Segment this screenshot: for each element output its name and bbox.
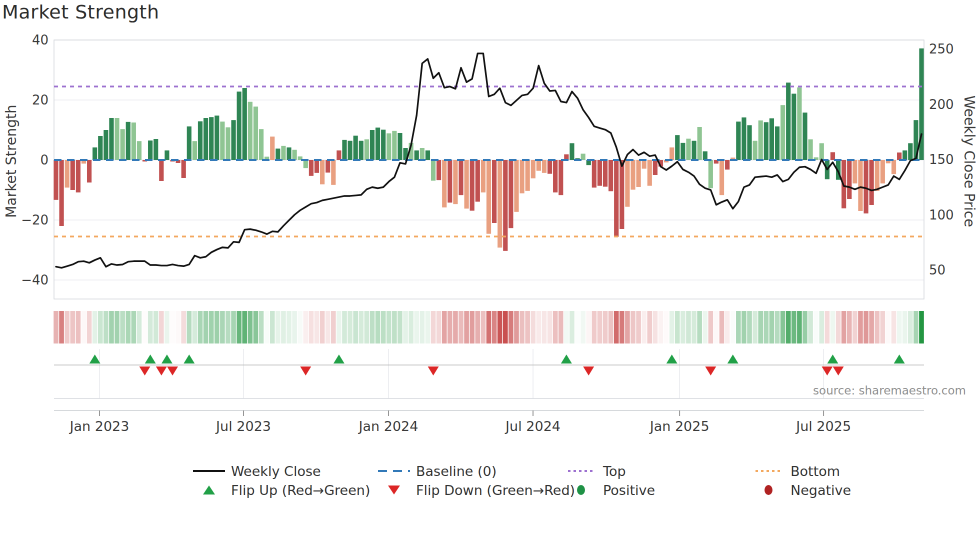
strength-bar	[242, 88, 247, 160]
strength-bar	[852, 160, 857, 184]
right-tick-label: 200	[929, 97, 954, 112]
strength-bar	[320, 160, 324, 184]
heatmap-cell	[514, 311, 519, 344]
strength-bar	[808, 140, 812, 160]
strength-bar	[442, 160, 446, 208]
heatmap-cell	[386, 311, 392, 344]
heatmap-cell	[331, 311, 336, 344]
strength-bar	[270, 136, 274, 160]
strength-bar	[792, 94, 796, 160]
heatmap-cell	[164, 311, 170, 344]
strength-bar	[276, 148, 280, 160]
flip-down-marker	[428, 366, 439, 376]
heatmap-cell	[353, 311, 358, 344]
heatmap-cell	[819, 311, 824, 344]
heatmap-cell	[508, 311, 514, 344]
heatmap-cell	[370, 311, 375, 344]
heatmap-cell	[259, 311, 264, 344]
flip-up-marker	[334, 354, 344, 364]
strength-bar	[420, 148, 424, 160]
tri-down-icon	[378, 484, 410, 496]
strength-bar	[536, 160, 541, 171]
heatmap-cell	[548, 311, 552, 344]
strength-bar	[92, 148, 97, 160]
left-tick-label: 0	[40, 152, 48, 168]
heatmap-cell	[770, 311, 774, 344]
legend-item-line-black: Weekly Close	[193, 462, 321, 480]
heatmap-cell	[242, 311, 247, 344]
strength-bar	[558, 160, 563, 195]
strength-bar	[132, 122, 136, 160]
right-tick-label: 100	[929, 208, 954, 222]
strength-bar	[614, 160, 618, 237]
heatmap-cell	[720, 311, 724, 344]
heatmap-cell	[64, 311, 70, 344]
strength-bar	[259, 129, 264, 160]
x-tick-label: Jul 2023	[215, 418, 271, 434]
strength-bar	[214, 116, 219, 160]
legend-label: Flip Down (Green→Red)	[416, 482, 575, 498]
strength-bars-layer	[54, 48, 924, 251]
heatmap-cell	[575, 311, 580, 344]
strength-bar	[120, 129, 125, 160]
heatmap-cell	[442, 311, 447, 344]
heatmap-cell	[897, 311, 902, 344]
strength-bar	[59, 160, 64, 226]
strength-bar	[870, 160, 874, 205]
heatmap-cell	[403, 311, 408, 344]
strength-bar	[426, 150, 430, 160]
heatmap-cell	[464, 311, 469, 344]
strength-bar	[109, 118, 114, 160]
strength-bar	[648, 160, 652, 186]
x-tick-label: Jan 2024	[358, 418, 418, 434]
strength-bar	[198, 122, 202, 160]
heatmap-cell	[448, 311, 452, 344]
heatmap-cell	[520, 311, 524, 344]
heatmap-cell	[580, 311, 586, 344]
flip-down-marker	[300, 366, 311, 376]
heatmap-cell	[76, 311, 81, 344]
heatmap-cell	[82, 311, 86, 344]
heatmap-cell	[714, 311, 719, 344]
strength-bar	[520, 160, 524, 194]
strength-bar	[620, 160, 624, 229]
heatmap-cell	[892, 311, 896, 344]
heatmap-cell	[292, 311, 297, 344]
strength-bar	[54, 160, 58, 200]
x-tick-label: Jul 2024	[504, 418, 560, 434]
strength-bar	[636, 160, 640, 187]
right-tick-label: 150	[929, 152, 954, 167]
heatmap-cell	[481, 311, 486, 344]
flip-down-marker	[583, 366, 594, 376]
strength-bar	[864, 160, 868, 214]
heatmap-cell	[453, 311, 458, 344]
strength-bar	[304, 160, 308, 168]
strength-bar	[598, 160, 602, 186]
strength-bar	[192, 141, 197, 160]
heatmap-cell	[408, 311, 414, 344]
heatmap-cell	[814, 311, 818, 344]
strength-bar	[464, 160, 469, 208]
strength-bar	[376, 128, 380, 160]
strength-bar	[797, 88, 802, 160]
tri-up-icon	[193, 484, 225, 496]
strength-bar	[531, 160, 536, 178]
strength-bar	[254, 106, 258, 160]
legend-label: Bottom	[790, 464, 840, 479]
flip-down-marker	[833, 366, 844, 376]
heatmap-cell	[59, 311, 64, 344]
strength-bar	[237, 92, 242, 160]
strength-bar	[847, 160, 852, 199]
heatmap-cell	[304, 311, 308, 344]
strength-bar	[431, 160, 436, 180]
heatmap-cell	[281, 311, 286, 344]
strength-bar	[670, 148, 674, 160]
left-axis-title: Market Strength	[3, 72, 20, 252]
strength-bar	[414, 150, 419, 160]
heatmap-cell	[647, 311, 652, 344]
strength-bar	[902, 150, 907, 160]
strength-bar	[126, 122, 130, 160]
strength-bar	[98, 136, 102, 160]
heatmap-cell	[270, 311, 275, 344]
strength-bar	[381, 130, 386, 160]
